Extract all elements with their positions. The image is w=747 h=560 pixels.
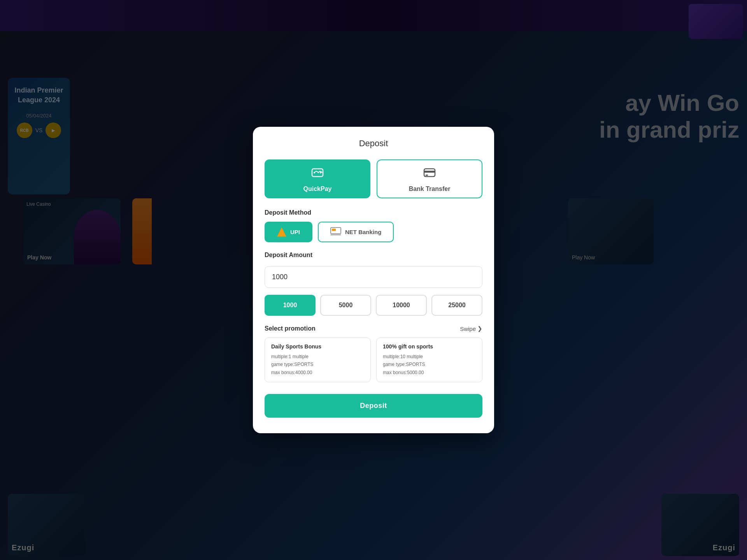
quick-amount-1000[interactable]: 1000 [265, 295, 316, 316]
promo-card-1-max-bonus: max bonus:4000.00 [271, 369, 364, 376]
promo-card-1-multiple: multiple:1 multiple [271, 353, 364, 360]
promotion-header: Select promotion Swipe ❯ [265, 325, 482, 332]
upi-icon [277, 227, 286, 236]
select-promotion-label: Select promotion [265, 325, 316, 332]
net-banking-icon [330, 227, 341, 237]
promo-card-1-title: Daily Sports Bonus [271, 343, 364, 350]
quick-amount-25000-label: 25000 [448, 302, 466, 308]
deposit-amount-label: Deposit Amount [265, 252, 482, 259]
amount-input[interactable] [265, 266, 482, 288]
swipe-label: Swipe [460, 325, 476, 332]
net-banking-button[interactable]: NET Banking [318, 222, 394, 242]
deposit-method-label: Deposit Method [265, 209, 482, 216]
svg-rect-5 [426, 174, 428, 175]
promo-card-2[interactable]: 100% gift on sports multiple:10 multiple… [376, 338, 482, 382]
bank-transfer-label: Bank Transfer [409, 185, 451, 192]
quick-amount-1000-label: 1000 [283, 302, 297, 308]
svg-rect-7 [332, 229, 336, 231]
modal-title: Deposit [265, 138, 482, 149]
quick-amount-10000[interactable]: 10000 [376, 295, 427, 316]
promo-card-1[interactable]: Daily Sports Bonus multiple:1 multiple g… [265, 338, 371, 382]
deposit-submit-button[interactable]: Deposit [265, 394, 482, 418]
promo-card-1-game-type: game type:SPORTS [271, 360, 364, 368]
chevron-right-icon: ❯ [477, 325, 482, 332]
quick-amount-25000[interactable]: 25000 [431, 295, 482, 316]
svg-rect-4 [424, 170, 435, 172]
deposit-amount-section: Deposit Amount [265, 252, 482, 288]
promo-card-2-multiple: multiple:10 multiple [383, 353, 476, 360]
svg-point-2 [320, 172, 321, 173]
promo-card-2-max-bonus: max bonus:5000.00 [383, 369, 476, 376]
quick-amount-5000[interactable]: 5000 [320, 295, 371, 316]
upi-label: UPI [290, 229, 300, 235]
swipe-button[interactable]: Swipe ❯ [460, 325, 482, 332]
quickpay-button[interactable]: QuickPay [265, 159, 370, 198]
quickpay-label: QuickPay [303, 185, 332, 192]
bank-transfer-icon [423, 165, 437, 182]
quick-amount-5000-label: 5000 [339, 302, 353, 308]
quick-amount-10000-label: 10000 [393, 302, 410, 308]
bank-transfer-button[interactable]: Bank Transfer [377, 159, 482, 198]
upi-button[interactable]: UPI [265, 222, 312, 242]
quick-amounts-group: 1000 5000 10000 25000 [265, 295, 482, 316]
svg-point-1 [314, 172, 315, 173]
promo-card-2-title: 100% gift on sports [383, 343, 476, 350]
deposit-methods-group: UPI NET Banking [265, 222, 482, 242]
net-banking-label: NET Banking [345, 229, 381, 235]
promo-card-2-game-type: game type:SPORTS [383, 360, 476, 368]
deposit-button-label: Deposit [360, 402, 387, 410]
quickpay-icon [310, 165, 324, 182]
payment-methods-group: QuickPay Bank Transfer [265, 159, 482, 198]
promotion-cards-group: Daily Sports Bonus multiple:1 multiple g… [265, 338, 482, 382]
deposit-modal: Deposit QuickPay Bank Tra [253, 127, 494, 433]
